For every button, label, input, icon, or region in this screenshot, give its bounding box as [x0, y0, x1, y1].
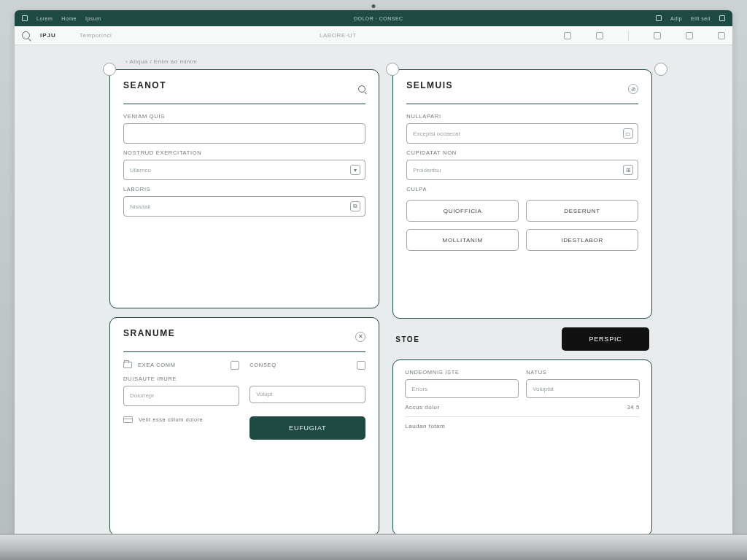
- tab-item[interactable]: Ipsum: [85, 16, 101, 21]
- option-button[interactable]: QUIOFFICIA: [406, 200, 519, 222]
- search-icon[interactable]: [22, 31, 30, 39]
- toolbar-hint: Temporinci: [80, 32, 112, 39]
- anchor-handle-icon[interactable]: [386, 63, 399, 76]
- field-label: UNDEOMNIS ISTE: [405, 369, 519, 376]
- close-icon[interactable]: ⊘: [628, 84, 638, 94]
- text-input[interactable]: Volupt: [249, 386, 365, 403]
- text-input[interactable]: [123, 123, 365, 144]
- field-label: NOSTRUD EXERCITATION: [123, 149, 365, 156]
- field-label: CUPIDATAT NON: [406, 149, 638, 156]
- checkbox-label[interactable]: Velit esse cillum dolore: [139, 416, 203, 423]
- toolbar-icon[interactable]: [654, 32, 661, 39]
- option-button[interactable]: MOLLITANIM: [406, 229, 519, 251]
- device-hinge: [0, 534, 747, 560]
- url-toolbar: IPJU Temporinci LABORE·UT: [15, 26, 732, 45]
- text-input[interactable]: Errors: [405, 379, 519, 398]
- tab-action-icon[interactable]: [719, 15, 725, 21]
- text-input[interactable]: Ullamco ▾: [123, 160, 365, 180]
- input-placeholder: Proidentsu: [413, 167, 441, 174]
- option-button[interactable]: IDESTLABOR: [526, 229, 638, 251]
- summary-row: Laudan totam: [405, 417, 640, 435]
- field-label: LABORIS: [123, 186, 365, 192]
- text-input[interactable]: Proidentsu ⊞: [406, 160, 638, 180]
- card-title: SRANUME: [123, 328, 175, 338]
- toolbar-icon[interactable]: [686, 32, 693, 39]
- field-label: [249, 376, 365, 382]
- brand-label: IPJU: [40, 32, 56, 39]
- tab-item[interactable]: Home: [61, 16, 77, 21]
- toolbar-center: LABORE·UT: [320, 32, 357, 39]
- chip-icon[interactable]: ⊞: [623, 165, 633, 175]
- field-label: NULLAPARI: [406, 113, 638, 120]
- card-left-top: SEANOT VENIAM QUIS NOSTRUD EXERCITATION …: [109, 69, 379, 308]
- calendar-icon[interactable]: ▭: [623, 128, 633, 139]
- field-label: NATUS: [526, 369, 640, 376]
- copy-icon[interactable]: ⧉: [350, 201, 360, 211]
- input-placeholder: Exceptsi occaecat: [413, 131, 460, 137]
- camera-dot: [372, 4, 376, 8]
- tab-item[interactable]: Lorem: [36, 16, 53, 21]
- primary-action-button[interactable]: PERSPIC: [562, 327, 649, 351]
- toolbar-icon[interactable]: [718, 32, 725, 39]
- window-control-icon[interactable]: [22, 15, 28, 21]
- field-label: CULPA: [406, 186, 638, 192]
- card-title: SELMUIS: [406, 80, 453, 90]
- text-input[interactable]: Nisiutali ⧉: [123, 196, 365, 217]
- field-label: CONSEQ: [249, 362, 276, 368]
- card-right-bottom: UNDEOMNIS ISTE Errors NATUS Voluptat Acc…: [392, 359, 652, 535]
- square-icon[interactable]: [357, 361, 365, 370]
- field-label: VENIAM QUIS: [123, 113, 365, 120]
- anchor-handle-icon[interactable]: [654, 63, 667, 76]
- field-label: DUISAUTE IRURE: [123, 376, 239, 382]
- folder-icon: [123, 362, 132, 368]
- close-icon[interactable]: ✕: [355, 332, 365, 342]
- dropdown-icon[interactable]: ▾: [350, 165, 360, 175]
- search-icon[interactable]: [231, 361, 239, 370]
- input-placeholder: Ullamco: [130, 167, 151, 174]
- tab-action-icon[interactable]: [656, 15, 662, 21]
- text-input[interactable]: Dolorrepr: [123, 386, 239, 406]
- section-label: STOE: [395, 335, 419, 343]
- tab-right-item[interactable]: Elit sed: [691, 16, 711, 21]
- toolbar-icon[interactable]: [564, 32, 571, 39]
- option-button[interactable]: DESERUNT: [526, 200, 638, 222]
- text-input[interactable]: Exceptsi occaecat ▭: [406, 123, 638, 144]
- summary-row: Accus dolor 34 5: [405, 398, 640, 417]
- tab-center-label: DOLOR · CONSEC: [354, 16, 403, 21]
- browser-tabbar: Lorem Home Ipsum DOLOR · CONSEC Adip Eli…: [15, 10, 732, 26]
- tab-right-item[interactable]: Adip: [670, 16, 682, 21]
- card-right-top: SELMUIS ⊘ NULLAPARI Exceptsi occaecat ▭ …: [392, 69, 652, 319]
- toolbar-icon[interactable]: [596, 32, 603, 39]
- field-label: EXEA COMM: [138, 362, 176, 368]
- card-title: SEANOT: [123, 80, 166, 90]
- card-icon: [123, 416, 133, 423]
- card-left-bottom: SRANUME ✕ EXEA COMM: [109, 317, 379, 535]
- input-placeholder: Nisiutali: [130, 203, 150, 210]
- search-icon[interactable]: [358, 85, 365, 93]
- anchor-handle-icon[interactable]: [103, 63, 116, 76]
- submit-button[interactable]: EUFUGIAT: [249, 416, 365, 440]
- text-input[interactable]: Voluptat: [526, 379, 640, 398]
